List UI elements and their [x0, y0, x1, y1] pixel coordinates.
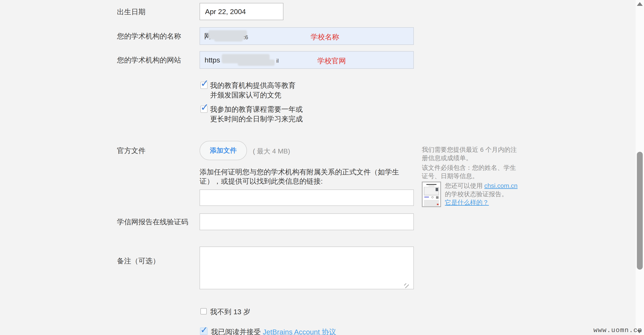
- chsi-text-after: 的学校状态验证报告。: [445, 190, 508, 198]
- redacted-site-tail: il: [276, 56, 279, 65]
- under13-checkbox-label[interactable]: 我不到 13 岁: [210, 307, 250, 316]
- institution-site-label: 您的学术机构的网站: [117, 56, 181, 64]
- fulltime-checkbox[interactable]: ✓: [200, 106, 208, 113]
- school-site-annotation: 学校官网: [318, 56, 346, 66]
- docs-link-input[interactable]: [200, 190, 414, 206]
- report-sample-thumbnail[interactable]: [422, 182, 441, 207]
- scrollbar-thumb[interactable]: [637, 152, 643, 270]
- official-docs-description: 添加任何证明您与您的学术机构有附属关系的正式文件（如学生证），或提供可以找到此类…: [200, 167, 419, 186]
- institution-site-field[interactable]: https il 学校官网: [200, 51, 414, 69]
- school-name-annotation: 学校名称: [311, 32, 339, 42]
- jetbrains-agreement-link[interactable]: JetBrains Account 协议: [263, 328, 336, 335]
- chsi-link[interactable]: chsi.com.cn: [484, 182, 518, 189]
- checkmark-icon: ✓: [200, 78, 209, 88]
- checkmark-icon: ✓: [200, 325, 208, 335]
- institution-name-field[interactable]: 网 :6 学校名称: [200, 27, 414, 45]
- fulltime-checkbox-label[interactable]: 我参加的教育课程需要一年或 更长时间的全日制学习来完成: [210, 104, 303, 124]
- agreement-prefix-text: 我已阅读并接受: [211, 328, 263, 335]
- help-paragraph-1: 我们需要您提供最近 6 个月内的注册信息或成绩单。: [422, 146, 522, 162]
- site-url-prefix: https: [204, 56, 220, 64]
- birth-date-label: 出生日期: [117, 8, 146, 16]
- under13-checkbox[interactable]: [200, 308, 207, 314]
- redacted-name-tail: :6: [244, 33, 248, 42]
- institution-name-label: 您的学术机构的名称: [117, 32, 181, 40]
- checkmark-icon: ✓: [200, 102, 209, 112]
- scrollbar-track[interactable]: [636, 0, 644, 335]
- notes-label: 备注（可选）: [117, 256, 160, 265]
- help-paragraph-2: 该文件必须包含：您的姓名、学生证号、日期等信息。: [422, 164, 522, 180]
- birth-date-input[interactable]: [200, 3, 284, 20]
- redaction-blur: [214, 36, 243, 42]
- academic-verification-form-page: 出生日期 您的学术机构的名称 网 :6 学校名称 您的学术机构的网站 https…: [0, 0, 644, 335]
- textarea-resize-handle[interactable]: [404, 284, 409, 288]
- chsi-text-before: 您还可以使用: [445, 182, 484, 189]
- agreement-checkbox[interactable]: ✓: [200, 328, 208, 335]
- chsi-code-input[interactable]: [200, 214, 414, 230]
- higher-ed-checkbox-label[interactable]: 我的教育机构提供高等教育 并颁发国家认可的文凭: [210, 80, 296, 100]
- redaction-blur: [238, 60, 274, 66]
- add-file-button[interactable]: 添加文件: [200, 141, 247, 160]
- scrollbar-up-arrow-icon[interactable]: [637, 2, 643, 6]
- higher-ed-checkbox[interactable]: ✓: [200, 82, 208, 89]
- chsi-help-text: 您还可以使用 chsi.com.cn 的学校状态验证报告。 它是什么样的？: [445, 182, 521, 207]
- site-watermark: www.uomn.cn: [594, 326, 642, 334]
- notes-textarea[interactable]: [200, 246, 414, 289]
- help-sidebar: 我们需要您提供最近 6 个月内的注册信息或成绩单。 该文件必须包含：您的姓名、学…: [422, 146, 522, 207]
- agreement-label: 我已阅读并接受 JetBrains Account 协议: [211, 327, 336, 335]
- what-it-looks-like-link[interactable]: 它是什么样的？: [445, 199, 489, 206]
- max-file-size-hint: ( 最大 4 MB): [253, 147, 290, 156]
- official-docs-label: 官方文件: [117, 146, 146, 155]
- chsi-code-label: 学信网报告在线验证码: [117, 218, 188, 226]
